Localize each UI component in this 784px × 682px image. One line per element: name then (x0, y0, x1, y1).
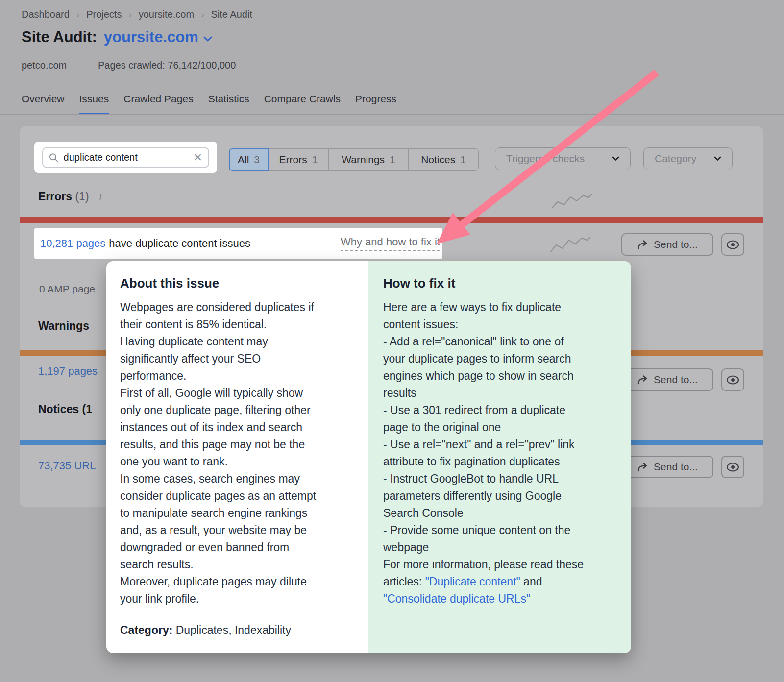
project-domain: petco.com (22, 60, 67, 71)
breadcrumb: Dashboard › Projects › yoursite.com › Si… (22, 9, 252, 20)
chevron-down-icon[interactable] (203, 36, 212, 42)
tab-progress[interactable]: Progress (355, 93, 396, 115)
tab-statistics[interactable]: Statistics (208, 93, 249, 115)
tabs-divider (0, 114, 784, 115)
duplicate-content-row: 10,281 pages have duplicate content issu… (34, 228, 442, 259)
about-body: Webpages are considered duplicates if th… (120, 299, 355, 608)
send-to-button[interactable]: Send to... (621, 456, 713, 478)
eye-icon (726, 240, 739, 249)
filter-notices[interactable]: Notices 1 (408, 148, 479, 171)
warnings-section-header: Warnings (38, 319, 89, 333)
category-line: Category: Duplicates, Indexability (120, 624, 355, 637)
triggered-checks-label: Triggered checks (506, 153, 585, 165)
search-icon (49, 153, 59, 163)
filter-label: Errors (279, 154, 307, 166)
tab-overview[interactable]: Overview (22, 93, 65, 115)
filter-label: Notices (421, 154, 455, 166)
view-button[interactable] (721, 233, 744, 256)
category-label: Category: (120, 624, 172, 636)
notice-urls-link[interactable]: 73,735 URL (38, 460, 96, 472)
fix-and-text: and (520, 575, 542, 588)
page-title: Site Audit: yoursite.com (22, 28, 212, 46)
filter-label: Warnings (342, 154, 385, 166)
send-to-button[interactable]: Send to... (621, 233, 713, 256)
errors-title: Errors (38, 190, 72, 203)
info-icon[interactable]: i (99, 191, 102, 203)
errors-severity-bar (20, 217, 763, 223)
tab-compare-crawls[interactable]: Compare Crawls (264, 93, 341, 115)
chevron-right-icon: › (128, 9, 131, 20)
filter-count: 1 (460, 154, 466, 166)
fix-body-text: Here are a few ways to fix duplicate con… (383, 301, 584, 588)
project-selector[interactable]: yoursite.com (104, 28, 198, 46)
notices-title: Notices (1 (38, 403, 92, 415)
filter-warnings[interactable]: Warnings 1 (328, 148, 409, 171)
forward-arrow-icon (637, 375, 649, 385)
chevron-right-icon: › (201, 9, 204, 20)
consolidate-urls-article-link[interactable]: "Consolidate duplicate URLs" (383, 592, 530, 605)
why-and-how-to-fix-link[interactable]: Why and how to fix it (341, 236, 440, 251)
about-this-issue-panel: About this issue Webpages are considered… (106, 261, 368, 653)
page-title-label: Site Audit: (22, 28, 97, 46)
issue-details-popup: About this issue Webpages are considered… (106, 261, 631, 653)
duplicate-content-article-link[interactable]: "Duplicate content" (425, 575, 520, 588)
filter-count: 1 (312, 154, 318, 166)
chevron-down-icon (612, 156, 619, 161)
forward-arrow-icon (637, 463, 649, 472)
fix-title: How to fix it (383, 276, 616, 291)
notices-section-header: Notices (1 (38, 403, 92, 416)
filter-all[interactable]: All 3 (229, 148, 269, 171)
how-to-fix-panel: How to fix it Here are a few ways to fix… (368, 261, 631, 653)
forward-arrow-icon (637, 240, 649, 249)
send-to-label: Send to... (654, 461, 698, 473)
eye-icon (726, 375, 739, 385)
filter-errors[interactable]: Errors 1 (268, 148, 329, 171)
send-to-label: Send to... (654, 239, 698, 250)
breadcrumb-dashboard[interactable]: Dashboard (22, 9, 70, 20)
triggered-checks-dropdown[interactable]: Triggered checks (495, 147, 631, 170)
breadcrumb-projects[interactable]: Projects (86, 9, 122, 20)
view-button[interactable] (721, 368, 744, 391)
tab-crawled-pages[interactable]: Crawled Pages (123, 93, 193, 115)
search-input[interactable]: ✕ (42, 147, 209, 168)
tab-bar: Overview Issues Crawled Pages Statistics… (22, 93, 396, 115)
breadcrumb-site-audit: Site Audit (211, 9, 252, 20)
send-to-button[interactable]: Send to... (621, 368, 713, 391)
row-trend-sparkline (550, 234, 591, 255)
category-dropdown[interactable]: Category (643, 147, 733, 170)
errors-trend-sparkline (551, 192, 593, 211)
tab-issues[interactable]: Issues (79, 93, 109, 115)
amp-row-text: 0 AMP page (39, 283, 95, 295)
category-value: Duplicates, Indexability (172, 624, 291, 636)
eye-icon (726, 463, 739, 472)
about-title: About this issue (120, 276, 355, 291)
errors-section-header: Errors (1) i (38, 190, 102, 203)
issue-type-filter: All 3 Errors 1 Warnings 1 Notices 1 (229, 148, 479, 171)
pages-count-link[interactable]: 10,281 pages (40, 237, 105, 250)
issue-description: have duplicate content issues (109, 237, 250, 250)
view-button[interactable] (721, 456, 744, 478)
chevron-down-icon (714, 156, 721, 161)
warnings-title: Warnings (38, 319, 89, 332)
search-input-field[interactable] (64, 152, 194, 163)
filter-count: 1 (390, 154, 395, 166)
errors-count: (1) (75, 190, 89, 203)
send-to-label: Send to... (654, 374, 698, 386)
site-audit-page: Dashboard › Projects › yoursite.com › Si… (0, 0, 784, 682)
fix-body: Here are a few ways to fix duplicate con… (383, 299, 616, 608)
clear-search-icon[interactable]: ✕ (194, 152, 202, 163)
filter-count: 3 (254, 154, 260, 166)
breadcrumb-yoursite[interactable]: yoursite.com (139, 9, 194, 20)
category-label: Category (655, 153, 696, 165)
warning-pages-link[interactable]: 1,197 pages (38, 365, 98, 378)
filter-label: All (238, 154, 249, 166)
pages-crawled-status: Pages crawled: 76,142/100,000 (98, 60, 236, 71)
chevron-right-icon: › (76, 9, 79, 20)
